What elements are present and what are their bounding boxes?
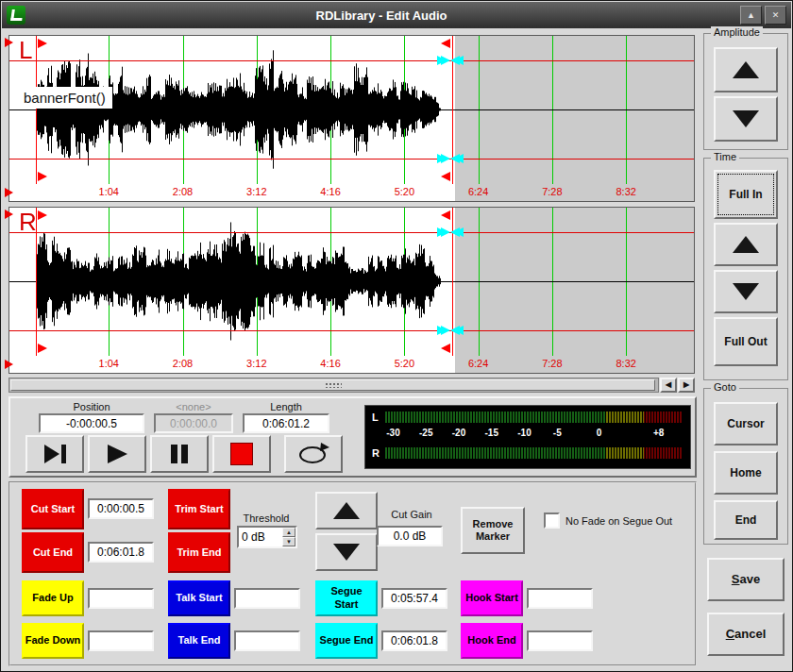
gain-up-button[interactable] xyxy=(315,492,378,529)
time-label: 6:24 xyxy=(468,186,488,197)
segue-start-field[interactable] xyxy=(381,588,447,609)
left-waveform-canvas[interactable] xyxy=(9,36,694,184)
trim-start-button[interactable]: Trim Start xyxy=(168,489,230,529)
shade-button[interactable]: ▲ xyxy=(740,6,762,25)
length-stack: Length xyxy=(243,401,329,433)
trim-end-button[interactable]: Trim End xyxy=(168,532,230,573)
time-label: 4:16 xyxy=(320,358,340,369)
goto-cursor-label: Cursor xyxy=(727,417,764,430)
talk-end-button[interactable]: Talk End xyxy=(168,623,230,659)
scroll-right-icon: ▶ xyxy=(683,380,689,390)
waveform-scrollbar[interactable]: ◀ ▶ xyxy=(8,378,695,393)
cut-end-button[interactable]: Cut End xyxy=(22,532,84,573)
hook-start-button[interactable]: Hook Start xyxy=(461,580,523,616)
talk-start-field[interactable] xyxy=(234,588,300,609)
cut-start-field[interactable] xyxy=(88,498,154,519)
scroll-right-button[interactable]: ▶ xyxy=(678,378,695,393)
close-icon: ✕ xyxy=(772,10,780,20)
fade-down-button[interactable]: Fade Down xyxy=(22,623,84,659)
hook-start-field[interactable] xyxy=(527,588,593,609)
right-waveform-canvas[interactable] xyxy=(9,208,694,356)
talk-start-label: Talk Start xyxy=(176,592,222,605)
loop-button[interactable] xyxy=(284,435,343,473)
play-from-start-button[interactable] xyxy=(25,435,84,473)
threshold-up-button[interactable]: ▲ xyxy=(282,528,295,537)
threshold-input[interactable] xyxy=(239,528,282,546)
cut-start-button[interactable]: Cut Start xyxy=(22,489,84,529)
stop-button[interactable] xyxy=(212,435,271,473)
scrollbar-grip-icon xyxy=(325,382,342,388)
app-icon-glyph xyxy=(10,9,24,21)
meter-left-label: L xyxy=(372,412,379,423)
segue-start-button[interactable]: Segue Start xyxy=(315,580,378,616)
talk-end-field[interactable] xyxy=(234,630,300,651)
remove-marker-label: Remove Marker xyxy=(463,518,523,543)
position-stack: Position xyxy=(39,401,144,433)
up-arrow-icon xyxy=(733,61,759,78)
left-marker-indicator-icon xyxy=(5,360,13,369)
time-label: 4:16 xyxy=(320,186,340,197)
goto-end-button[interactable]: End xyxy=(714,500,778,540)
amplitude-title: Amplitude xyxy=(711,26,763,38)
edit-audio-window: RDLibrary - Edit Audio ▲ ✕ L bannerFont(… xyxy=(0,0,793,672)
audio-meter: L -30-25-20-15-10-50+8 R xyxy=(364,405,691,469)
trim-end-label: Trim End xyxy=(177,546,221,560)
cut-end-label: Cut End xyxy=(33,546,73,560)
position-field[interactable] xyxy=(39,413,144,433)
save-button[interactable]: Save xyxy=(707,558,785,601)
up-arrow-icon xyxy=(333,502,360,519)
amplitude-down-button[interactable] xyxy=(714,96,778,142)
no-fade-checkbox[interactable] xyxy=(544,512,560,529)
full-in-label: Full In xyxy=(729,188,762,201)
time-label: 1:04 xyxy=(99,186,119,197)
banner-font-label: bannerFont() xyxy=(17,87,112,109)
hook-end-field[interactable] xyxy=(527,630,593,651)
meter-scale-label: -15 xyxy=(485,428,498,438)
cut-end-field[interactable] xyxy=(88,542,154,563)
goto-cursor-button[interactable]: Cursor xyxy=(714,402,778,445)
time-label: 2:08 xyxy=(173,186,193,197)
left-timebar: 1:042:083:124:165:206:247:288:32 xyxy=(9,184,694,201)
talk-end-label: Talk End xyxy=(177,634,220,647)
none-stack: <none> xyxy=(154,401,233,433)
amplitude-group: Amplitude xyxy=(703,33,788,150)
amplitude-up-button[interactable] xyxy=(714,47,778,92)
meter-scale: -30-25-20-15-10-50+8 xyxy=(384,425,683,444)
titlebar[interactable]: RDLibrary - Edit Audio ▲ ✕ xyxy=(2,2,791,28)
pause-button[interactable] xyxy=(150,435,209,473)
full-out-label: Full Out xyxy=(724,335,767,348)
close-button[interactable]: ✕ xyxy=(765,6,786,25)
threshold-down-button[interactable]: ▼ xyxy=(282,537,295,546)
gain-down-button[interactable] xyxy=(315,533,378,571)
scrollbar-thumb[interactable] xyxy=(10,379,655,391)
time-down-button[interactable] xyxy=(714,270,778,313)
talk-start-button[interactable]: Talk Start xyxy=(168,580,230,616)
threshold-spinbox[interactable]: ▲ ▼ xyxy=(237,526,297,548)
time-label: 8:32 xyxy=(616,186,635,197)
time-group: Time Full In Full Out xyxy=(703,158,788,380)
segue-end-button[interactable]: Segue End xyxy=(315,623,378,659)
fade-down-field[interactable] xyxy=(88,630,154,651)
goto-home-button[interactable]: Home xyxy=(714,451,778,495)
cancel-button[interactable]: Cancel xyxy=(707,613,785,656)
time-up-button[interactable] xyxy=(714,223,778,266)
goto-group: Goto Cursor Home End xyxy=(703,388,788,545)
hook-end-button[interactable]: Hook End xyxy=(461,623,523,659)
fade-up-field[interactable] xyxy=(88,588,154,609)
loop-icon xyxy=(296,443,330,465)
time-label: 7:28 xyxy=(542,186,562,197)
segue-start-label: Segue Start xyxy=(318,585,375,612)
length-field[interactable] xyxy=(243,413,329,433)
no-fade-row: No Fade on Segue Out xyxy=(544,512,672,529)
remove-marker-button[interactable]: Remove Marker xyxy=(461,507,525,554)
full-out-button[interactable]: Full Out xyxy=(714,317,778,366)
play-button[interactable] xyxy=(88,435,146,473)
scrollbar-track[interactable] xyxy=(8,378,659,393)
hook-start-label: Hook Start xyxy=(465,592,518,605)
fade-up-button[interactable]: Fade Up xyxy=(22,580,84,616)
segue-end-field[interactable] xyxy=(381,630,447,651)
cut-gain-field[interactable] xyxy=(377,526,443,546)
scroll-left-icon: ◀ xyxy=(666,380,671,390)
scroll-left-button[interactable]: ◀ xyxy=(660,378,677,393)
full-in-button[interactable]: Full In xyxy=(714,170,778,219)
